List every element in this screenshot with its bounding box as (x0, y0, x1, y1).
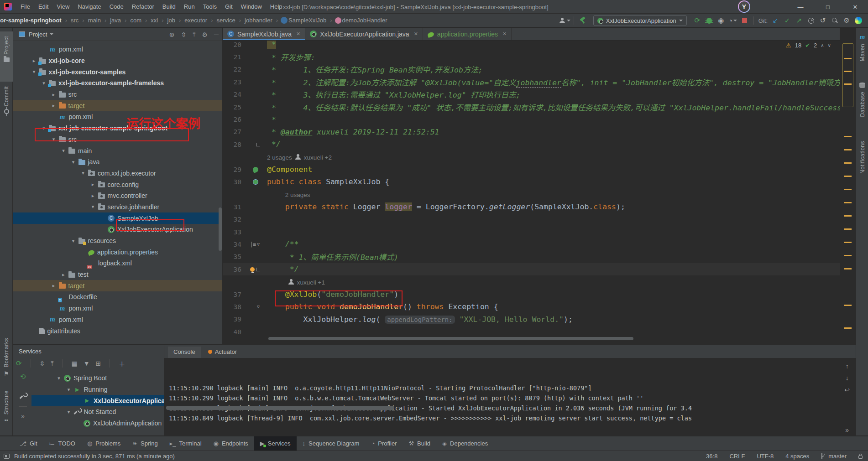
tree-row[interactable]: ▸ target (13, 280, 222, 291)
chevron-icon[interactable]: ▾ (39, 125, 49, 131)
stripe-database-button[interactable]: Database (856, 83, 868, 117)
chevron-icon[interactable]: ▾ (64, 387, 74, 393)
tree-row[interactable]: ▾ xxl-job-executor-samples (13, 66, 222, 78)
tool-window-button[interactable]: ◉ Endpoints (208, 436, 254, 451)
menu-item[interactable]: File (16, 0, 34, 14)
avatar[interactable]: Y (738, 0, 750, 13)
chevron-icon[interactable]: ▾ (49, 136, 59, 142)
open-in-new-frame-icon[interactable]: ⊞ (96, 360, 101, 367)
search-icon[interactable] (829, 15, 841, 26)
project-view-dropdown-icon[interactable] (50, 33, 53, 35)
close-tab-icon[interactable]: ✕ (502, 31, 507, 37)
editor-tab[interactable]: XxlJobExecutorApplication.java ✕ (305, 28, 423, 40)
run-button[interactable]: ⟳ (691, 15, 703, 26)
chevron-icon[interactable]: ▾ (68, 238, 78, 244)
stripe-commit-button[interactable]: Commit (0, 86, 13, 132)
tool-window-button[interactable]: ⎇ Git (14, 436, 43, 451)
menu-item[interactable]: Git (221, 0, 237, 14)
breadcrumb-item[interactable]: SampleXxlJob (281, 17, 335, 24)
tree-row[interactable]: ▾ java (13, 156, 222, 168)
chevron-icon[interactable]: ▾ (54, 375, 64, 381)
inspections-widget[interactable]: ⚠ 18 ✔ 2 ∧ ∨ (786, 42, 831, 49)
close-tab-icon[interactable]: ✕ (296, 31, 300, 37)
tree-row[interactable]: m pom.xml (13, 44, 222, 55)
tool-window-button[interactable]: ◍ Problems (81, 436, 126, 451)
editor-horizontal-scrollbar[interactable] (268, 337, 633, 340)
user-icon[interactable] (559, 15, 571, 26)
breadcrumb-item[interactable]: job (167, 17, 184, 24)
close-tab-icon[interactable]: ✕ (414, 31, 418, 37)
group-by-icon[interactable]: ▦ (72, 360, 78, 367)
chevron-icon[interactable]: ▾ (64, 409, 74, 415)
add-service-icon[interactable]: ＋ (119, 359, 125, 368)
expand-all-icon[interactable]: ⇳ (181, 31, 187, 38)
chevron-icon[interactable]: ▾ (78, 170, 88, 176)
chevron-icon[interactable]: ▾ (58, 148, 68, 154)
profiler-button[interactable]: ◔ (727, 15, 739, 26)
breadcrumb-item[interactable]: service (216, 17, 244, 24)
tree-row[interactable]: ▸ target (13, 100, 222, 111)
caret-position[interactable]: 36:8 (706, 453, 717, 460)
menu-item[interactable]: View (52, 0, 73, 14)
file-encoding[interactable]: UTF-8 (757, 453, 774, 460)
tree-row[interactable]: ▾ xxl-job-executor-sample-frameless (13, 78, 222, 89)
tool-window-button[interactable]: ▶ Services (254, 436, 297, 451)
tree-row[interactable]: ▾ com.xxl.job.executor (13, 168, 222, 179)
chevron-icon[interactable]: ▾ (29, 69, 39, 75)
layout-icon[interactable] (4, 454, 10, 459)
settings-gear-icon[interactable]: ⚙ (841, 15, 852, 26)
code-editor[interactable]: 20 * 21 * 开发步骤: 22 * (223, 41, 840, 344)
stripe-project-button[interactable]: Project (0, 31, 13, 82)
maximize-button[interactable]: □ (817, 0, 838, 14)
console-output[interactable]: 11:15:10.290 logback [main] INFO o.a.coy… (164, 358, 856, 436)
tree-row[interactable]: logback.xml (13, 258, 222, 269)
service-row[interactable]: XxlJobAdminApplication (31, 418, 164, 429)
chevron-icon[interactable]: ▸ (49, 92, 59, 98)
collapse-all-icon[interactable]: ⤒ (193, 31, 195, 38)
breadcrumb-item[interactable]: executor (183, 17, 215, 24)
tree-row[interactable]: gitattributes (13, 325, 222, 337)
tool-window-button[interactable]: ❧ Spring (126, 436, 163, 451)
tool-window-button[interactable]: ↕ Sequence Diagram (297, 436, 366, 451)
code-with-me-icon[interactable] (852, 15, 864, 26)
tree-row[interactable]: m pom.xml (13, 314, 222, 326)
filter-icon[interactable]: ▼ (84, 360, 90, 367)
panel-settings-gear-icon[interactable]: ⚙ (202, 31, 208, 38)
close-button[interactable]: ✕ (845, 0, 866, 14)
tool-window-button[interactable]: ▸_ Terminal (164, 436, 208, 451)
tree-row[interactable]: XxlJobExecutorApplication (13, 224, 222, 235)
chevron-icon[interactable]: ▸ (88, 181, 98, 187)
scroll-to-end-icon[interactable]: ↓ (846, 374, 849, 382)
tree-row[interactable]: ▸ test (13, 269, 222, 280)
menu-item[interactable]: Build (158, 0, 180, 14)
tree-row[interactable]: ▾ src (13, 134, 222, 145)
tool-window-button[interactable]: ◈ Dependencies (436, 436, 494, 451)
coverage-button[interactable]: ◉ (715, 15, 727, 26)
lock-icon[interactable] (858, 456, 863, 459)
console-horizontal-scrollbar[interactable] (166, 406, 394, 410)
status-message[interactable]: Build completed successfully in 3 sec, 8… (14, 453, 175, 460)
scroll-to-top-icon[interactable]: ↑ (846, 363, 849, 370)
stripe-maven-button[interactable]: m Maven (856, 33, 868, 62)
editor-tab[interactable]: C SampleXxlJob.java ✕ (223, 28, 305, 40)
console-tab[interactable]: Console (168, 347, 201, 358)
breadcrumb-item[interactable]: jobhandler (244, 17, 281, 24)
tree-row[interactable]: ▸ src (13, 89, 222, 100)
edit-configuration-wrench-icon[interactable] (20, 393, 26, 400)
tree-row[interactable]: ▸ xxl-job-core (13, 55, 222, 67)
service-row[interactable]: ▾ ▶ Running (31, 384, 164, 395)
stripe-notifications-button[interactable]: Notifications (856, 141, 868, 174)
breadcrumb-item[interactable]: main (87, 17, 110, 24)
tree-row[interactable]: ▸ core.config (13, 179, 222, 190)
debug-button[interactable] (703, 15, 715, 26)
restart-icon[interactable]: ⟲ (20, 373, 26, 381)
locate-file-icon[interactable]: ⊕ (169, 31, 175, 38)
scrollbar-thumb[interactable] (842, 43, 853, 107)
tree-row[interactable]: m pom.xml (13, 111, 222, 123)
chevron-icon[interactable]: ▾ (68, 159, 78, 165)
history-icon[interactable] (805, 15, 817, 26)
rerun-icon[interactable]: ⟳ (16, 359, 22, 368)
chevron-icon[interactable]: ▸ (58, 272, 68, 278)
menu-item[interactable]: Code (105, 0, 128, 14)
chevron-icon[interactable]: ▾ (39, 80, 49, 86)
